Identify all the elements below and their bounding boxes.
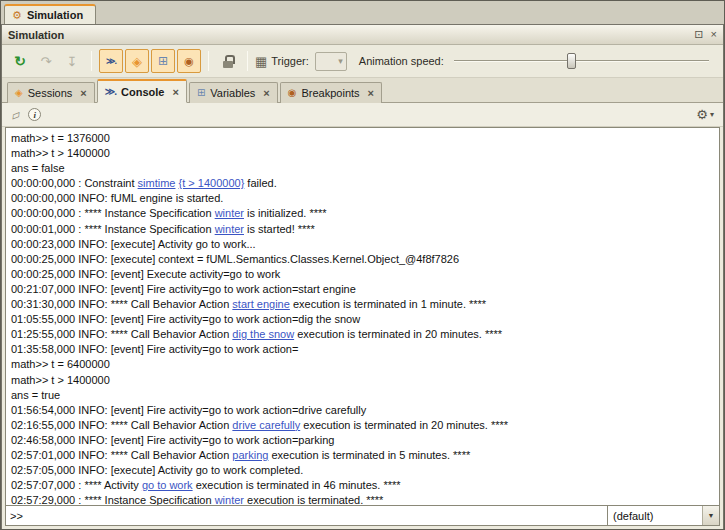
console-line: math>> t > 1400000 — [11, 146, 714, 161]
console-link[interactable]: simtime — [138, 177, 176, 189]
console-link[interactable]: {t > 1400000} — [179, 177, 245, 189]
console-text: execution is terminated in 5 minutes. **… — [268, 449, 470, 461]
info-icon[interactable]: i — [28, 108, 41, 121]
console-line: 00:00:01,000 : **** Instance Specificati… — [11, 222, 714, 237]
tab-close-icon[interactable]: × — [263, 87, 269, 99]
console-line: 00:00:25,000 INFO: [execute] context = f… — [11, 252, 714, 267]
console-link[interactable]: winter — [215, 207, 244, 219]
tab-close-icon[interactable]: × — [80, 87, 86, 99]
tab-label: Sessions — [28, 87, 73, 99]
trigger-label: Trigger: — [271, 55, 309, 67]
console-text: 00:00:00,000 : Constraint — [11, 177, 138, 189]
console-text: ans = true — [11, 389, 60, 401]
console-text: 02:57:07,000 : **** Activity — [11, 479, 142, 491]
console-text: execution is terminated in 1 minute. ***… — [290, 298, 486, 310]
chevron-down-icon: ▾ — [338, 56, 343, 66]
tab-variables[interactable]: ⊞ Variables × — [189, 82, 278, 103]
animation-speed-slider[interactable] — [454, 51, 709, 71]
console-text: execution is terminated in 20 minutes. *… — [294, 328, 502, 340]
breakpoints-icon: ◉ — [184, 55, 194, 68]
tab-sessions[interactable]: ◈ Sessions × — [7, 82, 95, 103]
console-input[interactable]: >> — [6, 506, 607, 525]
doc-tab-label: Simulation — [27, 9, 83, 21]
console-toggle-button[interactable]: ≫. — [99, 49, 123, 73]
resume-icon: ↻ — [14, 54, 26, 68]
console-text: 02:16:55,000 INFO: **** Call Behavior Ac… — [11, 419, 232, 431]
slider-track — [454, 60, 709, 62]
console-line: 02:57:01,000 INFO: **** Call Behavior Ac… — [11, 448, 714, 463]
trigger-icon: ▦ — [255, 55, 267, 68]
console-text: math>> t > 1400000 — [11, 374, 110, 386]
tab-console[interactable]: ≫. Console × — [97, 79, 187, 103]
tab-breakpoints[interactable]: ◉ Breakpoints × — [280, 82, 382, 103]
console-link[interactable]: drive carefully — [232, 419, 300, 431]
lock-button[interactable] — [216, 49, 240, 73]
console-icon: ≫. — [105, 87, 116, 97]
chevron-down-icon[interactable]: ▼ — [702, 506, 719, 525]
console-line: math>> t = 1376000 — [11, 131, 714, 146]
console-line: 00:00:00,000 : **** Instance Specificati… — [11, 206, 714, 221]
console-text: execution is terminated. **** — [244, 494, 383, 506]
console-line: 02:57:29,000 : **** Instance Specificati… — [11, 493, 714, 506]
trigger-dropdown[interactable]: ▾ — [315, 52, 347, 71]
sessions-icon: ◈ — [132, 55, 142, 68]
console-link[interactable]: go to work — [142, 479, 193, 491]
console-line: 01:25:55,000 INFO: **** Call Behavior Ac… — [11, 327, 714, 342]
console-text: 01:56:54,000 INFO: [event] Fire activity… — [11, 404, 366, 416]
variables-toggle-button[interactable]: ⊞ — [151, 49, 175, 73]
console-line: 02:57:05,000 INFO: [execute] Activity go… — [11, 463, 714, 478]
console-text: 01:35:58,000 INFO: [event] Fire activity… — [11, 343, 298, 355]
console-icon: ≫. — [106, 56, 116, 66]
float-window-icon[interactable]: ⊡ — [694, 29, 703, 40]
step-into-icon: ↧ — [67, 55, 78, 68]
step-over-button[interactable]: ↷ — [34, 49, 58, 73]
console-output[interactable]: math>> t = 1376000math>> t > 1400000ans … — [5, 127, 720, 506]
console-line: ans = false — [11, 161, 714, 176]
console-text: 01:25:55,000 INFO: **** Call Behavior Ac… — [11, 328, 232, 340]
console-link[interactable]: winter — [215, 494, 244, 506]
sessions-icon: ◈ — [15, 88, 23, 98]
titlebar: Simulation ⊡ × — [2, 25, 723, 45]
sessions-toggle-button[interactable]: ◈ — [125, 49, 149, 73]
simulation-panel: Simulation ⊡ × ↻ ↷ ↧ ≫. ◈ — [1, 24, 724, 529]
console-line: 01:56:54,000 INFO: [event] Fire activity… — [11, 403, 714, 418]
console-link[interactable]: winter — [215, 223, 244, 235]
console-text: 00:00:25,000 INFO: [event] Execute activ… — [11, 268, 280, 280]
language-dropdown[interactable]: (default) ▼ — [607, 506, 719, 525]
console-text: 02:46:58,000 INFO: [event] Fire activity… — [11, 434, 334, 446]
tab-close-icon[interactable]: × — [172, 86, 178, 98]
clear-console-button[interactable]: ▱ — [11, 108, 20, 122]
console-text: 01:05:55,000 INFO: [event] Fire activity… — [11, 313, 360, 325]
console-link[interactable]: dig the snow — [232, 328, 294, 340]
console-line: 00:00:00,000 INFO: fUML engine is starte… — [11, 191, 714, 206]
animation-speed-label: Animation speed: — [359, 55, 444, 67]
animation-speed-handle[interactable] — [567, 53, 576, 69]
console-link[interactable]: start engine — [232, 298, 289, 310]
console-line: 00:00:23,000 INFO: [execute] Activity go… — [11, 237, 714, 252]
tab-label: Breakpoints — [301, 87, 359, 99]
doc-tab-simulation[interactable]: ⚙ Simulation — [4, 4, 96, 24]
tab-close-icon[interactable]: × — [368, 87, 374, 99]
chevron-down-icon: ▾ — [710, 110, 714, 119]
console-text: 00:21:07,000 INFO: [event] Fire activity… — [11, 283, 356, 295]
gear-icon: ⚙ — [696, 107, 708, 122]
console-text: failed. — [244, 177, 276, 189]
variables-icon: ⊞ — [197, 88, 205, 98]
console-toolbar: ▱ i ⚙ ▾ — [2, 103, 723, 127]
breakpoints-toggle-button[interactable]: ◉ — [177, 49, 201, 73]
step-over-icon: ↷ — [41, 55, 52, 68]
tab-label: Console — [121, 86, 164, 98]
console-text: is started! **** — [244, 223, 315, 235]
console-line: 00:31:30,000 INFO: **** Call Behavior Ac… — [11, 297, 714, 312]
console-options-button[interactable]: ⚙ ▾ — [696, 107, 714, 122]
simulation-app: ⚙ Simulation Simulation ⊡ × ↻ ↷ ↧ — [0, 0, 725, 530]
resume-button[interactable]: ↻ — [8, 49, 32, 73]
toolbar-separator — [91, 51, 92, 71]
console-line: 02:16:55,000 INFO: **** Call Behavior Ac… — [11, 418, 714, 433]
step-into-button[interactable]: ↧ — [60, 49, 84, 73]
console-link[interactable]: parking — [232, 449, 268, 461]
console-text: 02:57:05,000 INFO: [execute] Activity go… — [11, 464, 303, 476]
main-toolbar: ↻ ↷ ↧ ≫. ◈ ⊞ ◉ — [2, 45, 723, 78]
console-text: 00:00:25,000 INFO: [execute] context = f… — [11, 253, 459, 265]
close-window-icon[interactable]: × — [711, 29, 717, 40]
